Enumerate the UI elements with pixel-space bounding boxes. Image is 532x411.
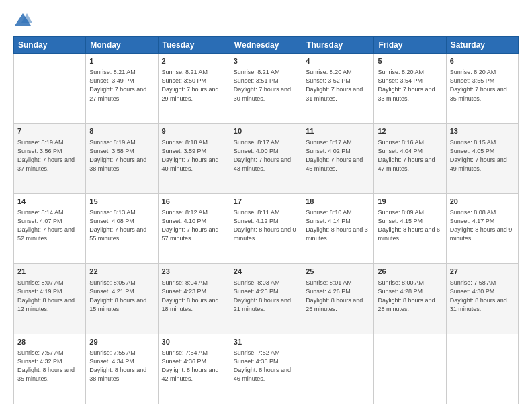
day-number: 19 [378, 197, 442, 207]
calendar-cell: 17Sunrise: 8:11 AMSunset: 4:12 PMDayligh… [230, 193, 302, 263]
day-detail: Sunrise: 8:10 AMSunset: 4:14 PMDaylight:… [306, 208, 370, 243]
calendar-cell: 9Sunrise: 8:18 AMSunset: 3:59 PMDaylight… [158, 124, 230, 193]
calendar-cell: 27Sunrise: 7:58 AMSunset: 4:30 PMDayligh… [446, 264, 518, 334]
weekday-header-saturday: Saturday [446, 37, 518, 54]
calendar-cell [14, 54, 86, 124]
page: SundayMondayTuesdayWednesdayThursdayFrid… [0, 0, 532, 411]
calendar-cell: 2Sunrise: 8:21 AMSunset: 3:50 PMDaylight… [158, 54, 230, 124]
day-number: 13 [450, 126, 515, 136]
day-detail: Sunrise: 8:16 AMSunset: 4:04 PMDaylight:… [378, 138, 442, 173]
calendar-cell: 3Sunrise: 8:21 AMSunset: 3:51 PMDaylight… [230, 54, 302, 124]
day-detail: Sunrise: 7:54 AMSunset: 4:36 PMDaylight:… [162, 349, 226, 383]
day-number: 30 [162, 337, 226, 347]
calendar-cell: 28Sunrise: 7:57 AMSunset: 4:32 PMDayligh… [14, 334, 86, 404]
weekday-header-friday: Friday [374, 37, 446, 54]
day-number: 8 [89, 126, 154, 136]
day-number: 3 [234, 56, 298, 66]
calendar-cell: 14Sunrise: 8:14 AMSunset: 4:07 PMDayligh… [14, 193, 86, 263]
day-detail: Sunrise: 8:11 AMSunset: 4:12 PMDaylight:… [234, 208, 298, 243]
day-detail: Sunrise: 8:17 AMSunset: 4:00 PMDaylight:… [234, 138, 298, 173]
day-detail: Sunrise: 8:17 AMSunset: 4:02 PMDaylight:… [306, 138, 370, 173]
calendar-cell: 5Sunrise: 8:20 AMSunset: 3:54 PMDaylight… [374, 54, 446, 124]
day-detail: Sunrise: 8:04 AMSunset: 4:23 PMDaylight:… [162, 279, 226, 314]
weekday-header-row: SundayMondayTuesdayWednesdayThursdayFrid… [14, 37, 519, 54]
calendar-cell: 16Sunrise: 8:12 AMSunset: 4:10 PMDayligh… [158, 193, 230, 263]
day-detail: Sunrise: 8:20 AMSunset: 3:54 PMDaylight:… [378, 68, 442, 103]
day-number: 11 [306, 126, 370, 136]
calendar-table: SundayMondayTuesdayWednesdayThursdayFrid… [13, 36, 519, 404]
day-number: 7 [17, 126, 82, 136]
day-number: 1 [89, 56, 154, 66]
day-number: 29 [89, 337, 154, 347]
logo [13, 11, 35, 30]
calendar-cell: 19Sunrise: 8:09 AMSunset: 4:15 PMDayligh… [374, 193, 446, 263]
calendar-week-row: 28Sunrise: 7:57 AMSunset: 4:32 PMDayligh… [14, 334, 519, 404]
calendar-week-row: 21Sunrise: 8:07 AMSunset: 4:19 PMDayligh… [14, 264, 519, 334]
calendar-cell: 13Sunrise: 8:15 AMSunset: 4:05 PMDayligh… [446, 124, 518, 193]
day-number: 24 [234, 267, 298, 277]
day-detail: Sunrise: 8:21 AMSunset: 3:51 PMDaylight:… [234, 68, 298, 103]
day-detail: Sunrise: 8:20 AMSunset: 3:52 PMDaylight:… [306, 68, 370, 103]
day-number: 21 [17, 267, 82, 277]
calendar-cell: 23Sunrise: 8:04 AMSunset: 4:23 PMDayligh… [158, 264, 230, 334]
calendar-cell: 11Sunrise: 8:17 AMSunset: 4:02 PMDayligh… [302, 124, 374, 193]
day-number: 16 [162, 197, 226, 207]
weekday-header-tuesday: Tuesday [158, 37, 230, 54]
day-detail: Sunrise: 8:14 AMSunset: 4:07 PMDaylight:… [17, 208, 82, 243]
calendar-cell [374, 334, 446, 404]
day-detail: Sunrise: 7:58 AMSunset: 4:30 PMDaylight:… [450, 279, 515, 314]
day-detail: Sunrise: 8:13 AMSunset: 4:08 PMDaylight:… [89, 208, 154, 243]
day-number: 2 [162, 56, 226, 66]
header [13, 11, 519, 30]
calendar-cell: 8Sunrise: 8:19 AMSunset: 3:58 PMDaylight… [86, 124, 158, 193]
calendar-cell: 29Sunrise: 7:55 AMSunset: 4:34 PMDayligh… [86, 334, 158, 404]
day-number: 9 [162, 126, 226, 136]
day-detail: Sunrise: 8:08 AMSunset: 4:17 PMDaylight:… [450, 208, 515, 243]
day-detail: Sunrise: 8:07 AMSunset: 4:19 PMDaylight:… [17, 279, 82, 314]
calendar-cell: 1Sunrise: 8:21 AMSunset: 3:49 PMDaylight… [86, 54, 158, 124]
calendar-week-row: 1Sunrise: 8:21 AMSunset: 3:49 PMDaylight… [14, 54, 519, 124]
weekday-header-monday: Monday [86, 37, 158, 54]
day-detail: Sunrise: 8:09 AMSunset: 4:15 PMDaylight:… [378, 208, 442, 243]
calendar-cell: 26Sunrise: 8:00 AMSunset: 4:28 PMDayligh… [374, 264, 446, 334]
logo-icon [13, 11, 32, 30]
day-number: 14 [17, 197, 82, 207]
day-detail: Sunrise: 8:12 AMSunset: 4:10 PMDaylight:… [162, 208, 226, 243]
weekday-header-thursday: Thursday [302, 37, 374, 54]
day-number: 28 [17, 337, 82, 347]
day-number: 31 [234, 337, 298, 347]
weekday-header-sunday: Sunday [14, 37, 86, 54]
day-number: 25 [306, 267, 370, 277]
day-detail: Sunrise: 8:19 AMSunset: 3:58 PMDaylight:… [89, 138, 154, 173]
day-number: 4 [306, 56, 370, 66]
calendar-cell: 15Sunrise: 8:13 AMSunset: 4:08 PMDayligh… [86, 193, 158, 263]
calendar-cell [302, 334, 374, 404]
calendar-week-row: 14Sunrise: 8:14 AMSunset: 4:07 PMDayligh… [14, 193, 519, 263]
day-number: 15 [89, 197, 154, 207]
day-number: 27 [450, 267, 515, 277]
day-number: 5 [378, 56, 442, 66]
calendar-cell: 10Sunrise: 8:17 AMSunset: 4:00 PMDayligh… [230, 124, 302, 193]
day-detail: Sunrise: 8:19 AMSunset: 3:56 PMDaylight:… [17, 138, 82, 173]
day-number: 23 [162, 267, 226, 277]
day-detail: Sunrise: 8:18 AMSunset: 3:59 PMDaylight:… [162, 138, 226, 173]
day-detail: Sunrise: 7:52 AMSunset: 4:38 PMDaylight:… [234, 349, 298, 383]
day-detail: Sunrise: 8:05 AMSunset: 4:21 PMDaylight:… [89, 279, 154, 314]
day-detail: Sunrise: 8:21 AMSunset: 3:50 PMDaylight:… [162, 68, 226, 103]
day-detail: Sunrise: 8:15 AMSunset: 4:05 PMDaylight:… [450, 138, 515, 173]
calendar-cell [446, 334, 518, 404]
day-detail: Sunrise: 7:55 AMSunset: 4:34 PMDaylight:… [89, 349, 154, 383]
day-detail: Sunrise: 8:03 AMSunset: 4:25 PMDaylight:… [234, 279, 298, 314]
day-number: 12 [378, 126, 442, 136]
day-detail: Sunrise: 7:57 AMSunset: 4:32 PMDaylight:… [17, 349, 82, 383]
calendar-cell: 31Sunrise: 7:52 AMSunset: 4:38 PMDayligh… [230, 334, 302, 404]
day-number: 17 [234, 197, 298, 207]
day-number: 18 [306, 197, 370, 207]
day-number: 26 [378, 267, 442, 277]
calendar-cell: 12Sunrise: 8:16 AMSunset: 4:04 PMDayligh… [374, 124, 446, 193]
day-detail: Sunrise: 8:00 AMSunset: 4:28 PMDaylight:… [378, 279, 442, 314]
calendar-cell: 4Sunrise: 8:20 AMSunset: 3:52 PMDaylight… [302, 54, 374, 124]
calendar-cell: 22Sunrise: 8:05 AMSunset: 4:21 PMDayligh… [86, 264, 158, 334]
calendar-week-row: 7Sunrise: 8:19 AMSunset: 3:56 PMDaylight… [14, 124, 519, 193]
day-detail: Sunrise: 8:20 AMSunset: 3:55 PMDaylight:… [450, 68, 515, 103]
